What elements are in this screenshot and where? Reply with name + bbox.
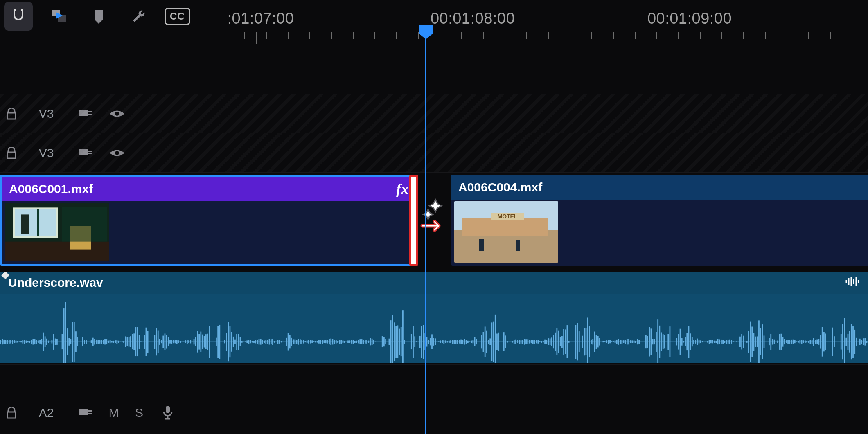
svg-rect-343 bbox=[514, 340, 515, 344]
svg-rect-216 bbox=[296, 340, 298, 344]
svg-rect-162 bbox=[204, 336, 205, 348]
svg-rect-366 bbox=[553, 335, 554, 348]
svg-rect-143 bbox=[171, 340, 172, 344]
svg-rect-506 bbox=[793, 340, 794, 344]
svg-rect-98 bbox=[94, 339, 95, 345]
svg-rect-485 bbox=[757, 336, 758, 347]
svg-rect-185 bbox=[243, 342, 244, 342]
svg-rect-275 bbox=[397, 325, 398, 358]
svg-rect-271 bbox=[390, 320, 392, 363]
svg-rect-80 bbox=[63, 308, 65, 363]
svg-rect-538 bbox=[848, 334, 849, 350]
svg-rect-147 bbox=[178, 340, 179, 343]
svg-rect-400 bbox=[611, 341, 612, 342]
clip-name: A006C001.mxf bbox=[9, 182, 93, 196]
svg-rect-537 bbox=[845, 338, 847, 346]
svg-rect-462 bbox=[717, 339, 719, 344]
track-content[interactable]: Underscore.wav bbox=[0, 270, 868, 365]
svg-rect-190 bbox=[252, 341, 253, 343]
svg-rect-380 bbox=[577, 323, 578, 361]
track-content[interactable] bbox=[0, 94, 868, 133]
svg-rect-183 bbox=[240, 337, 241, 346]
svg-rect-328 bbox=[488, 340, 489, 344]
svg-rect-135 bbox=[158, 331, 159, 353]
svg-rect-114 bbox=[122, 341, 123, 342]
svg-rect-471 bbox=[733, 341, 734, 342]
svg-rect-251 bbox=[356, 341, 357, 343]
svg-rect-363 bbox=[548, 338, 549, 345]
svg-rect-171 bbox=[219, 325, 220, 359]
track-a1: A1 M S Underscore.wav bbox=[0, 270, 868, 365]
svg-rect-52 bbox=[16, 341, 17, 343]
svg-rect-423 bbox=[651, 328, 652, 355]
svg-rect-128 bbox=[146, 328, 147, 356]
svg-rect-142 bbox=[169, 340, 171, 343]
svg-rect-499 bbox=[780, 334, 782, 350]
clip-thumbnail: MOTEL bbox=[454, 201, 558, 263]
svg-rect-375 bbox=[568, 341, 570, 342]
svg-rect-534 bbox=[841, 334, 842, 349]
svg-rect-347 bbox=[521, 340, 522, 344]
svg-rect-110 bbox=[115, 340, 116, 343]
svg-rect-116 bbox=[125, 336, 126, 347]
svg-rect-321 bbox=[476, 339, 477, 344]
generative-extend-handle[interactable] bbox=[409, 175, 418, 266]
video-clip-a006c001[interactable]: A006C001.mxf fx bbox=[0, 175, 417, 266]
svg-rect-429 bbox=[661, 332, 662, 351]
track-content[interactable] bbox=[0, 133, 868, 173]
svg-rect-396 bbox=[604, 341, 606, 342]
linked-selection-toggle[interactable] bbox=[44, 2, 73, 31]
svg-rect-93 bbox=[86, 340, 87, 344]
svg-rect-524 bbox=[823, 332, 825, 352]
svg-rect-240 bbox=[337, 341, 338, 343]
timeline-settings-button[interactable] bbox=[124, 2, 153, 31]
captions-button[interactable]: CC bbox=[165, 2, 190, 31]
clip-name: A006C004.mxf bbox=[458, 180, 542, 194]
svg-rect-54 bbox=[19, 341, 20, 342]
add-marker-button[interactable] bbox=[84, 2, 113, 31]
svg-rect-274 bbox=[395, 326, 397, 358]
track-content[interactable] bbox=[0, 390, 868, 434]
svg-rect-504 bbox=[789, 340, 790, 344]
svg-rect-161 bbox=[202, 335, 203, 349]
svg-rect-416 bbox=[638, 340, 640, 344]
svg-rect-318 bbox=[471, 341, 472, 343]
snap-toggle[interactable] bbox=[4, 2, 33, 31]
svg-rect-58 bbox=[26, 341, 27, 343]
svg-rect-473 bbox=[736, 341, 737, 342]
svg-rect-292 bbox=[426, 337, 428, 347]
svg-rect-111 bbox=[116, 340, 117, 344]
waveform-icon bbox=[0, 296, 868, 363]
svg-rect-541 bbox=[852, 326, 854, 358]
svg-rect-368 bbox=[556, 328, 557, 355]
svg-rect-159 bbox=[198, 334, 200, 349]
svg-rect-317 bbox=[469, 341, 470, 342]
svg-rect-152 bbox=[187, 340, 188, 344]
svg-rect-306 bbox=[450, 340, 451, 343]
svg-rect-113 bbox=[120, 342, 121, 342]
svg-rect-412 bbox=[632, 340, 633, 343]
svg-rect-465 bbox=[722, 340, 724, 344]
svg-rect-175 bbox=[226, 333, 227, 351]
svg-rect-60 bbox=[29, 341, 30, 343]
video-clip-a006c004[interactable]: A006C004.mxf MOTEL bbox=[451, 175, 868, 266]
svg-rect-68 bbox=[43, 333, 44, 351]
svg-rect-196 bbox=[262, 340, 263, 344]
svg-rect-351 bbox=[527, 339, 528, 344]
svg-rect-449 bbox=[695, 340, 696, 344]
audio-clip-underscore[interactable]: Underscore.wav bbox=[0, 272, 868, 363]
svg-rect-338 bbox=[505, 335, 506, 348]
svg-rect-448 bbox=[693, 340, 694, 344]
svg-rect-129 bbox=[147, 331, 149, 353]
svg-rect-62 bbox=[32, 339, 34, 345]
svg-rect-444 bbox=[686, 333, 688, 350]
svg-rect-381 bbox=[579, 331, 580, 352]
svg-rect-549 bbox=[866, 341, 868, 343]
svg-rect-233 bbox=[325, 340, 327, 343]
clip-name: Underscore.wav bbox=[8, 276, 103, 290]
svg-rect-367 bbox=[555, 333, 556, 351]
svg-rect-258 bbox=[368, 341, 369, 343]
track-content[interactable]: A006C001.mxf fx bbox=[0, 173, 868, 268]
svg-rect-119 bbox=[130, 336, 131, 347]
svg-rect-295 bbox=[431, 334, 433, 349]
